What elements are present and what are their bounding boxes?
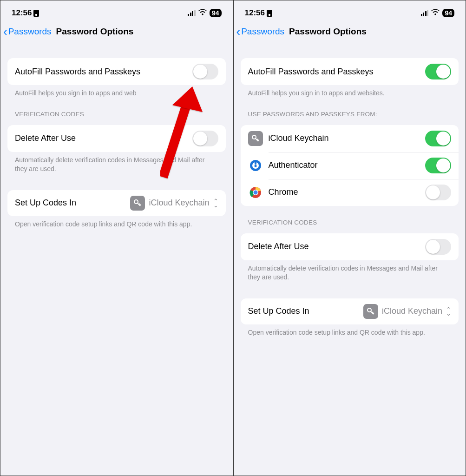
back-label: Passwords [241,26,284,37]
provider-chrome-toggle[interactable] [425,185,451,200]
status-time: 12:56 [12,8,32,18]
verification-header: VERIFICATION CODES [241,206,459,230]
cellular-signal-icon [421,10,429,16]
delete-after-use-cell[interactable]: Delete After Use [241,233,459,260]
autofill-cell[interactable]: AutoFill Passwords and Passkeys [7,58,226,85]
delete-after-use-label: Delete After Use [15,133,76,143]
setup-codes-footer: Open verification code setup links and Q… [241,324,459,337]
provider-authenticator[interactable]: Authenticator [241,152,459,179]
setup-codes-group: Set Up Codes In iCloud Keychain ⌃⌄ [241,298,459,324]
updown-icon: ⌃⌄ [213,199,218,207]
provider-label: iCloud Keychain [269,133,329,143]
key-icon [248,131,263,146]
setup-codes-group: Set Up Codes In iCloud Keychain ⌃⌄ [7,190,226,216]
delete-after-use-toggle[interactable] [192,131,218,146]
verification-footer: Automatically delete verification codes … [7,152,226,173]
autofill-group: AutoFill Passwords and Passkeys [7,58,226,85]
updown-icon: ⌃⌄ [446,307,451,316]
phone-right: 12:56 94 ‹ Passwords Password Options Au… [233,0,466,476]
setup-codes-footer: Open verification code setup links and Q… [7,216,226,229]
setup-codes-cell[interactable]: Set Up Codes In iCloud Keychain ⌃⌄ [7,190,226,216]
verification-group: Delete After Use [241,233,459,260]
autofill-label: AutoFill Passwords and Passkeys [15,67,140,77]
key-icon [363,304,378,319]
provider-icloud-keychain[interactable]: iCloud Keychain [241,125,459,152]
page-title: Password Options [289,26,367,37]
autofill-footer: AutoFill helps you sign in to apps and w… [7,85,226,98]
provider-chrome[interactable]: Chrome [241,179,459,206]
setup-codes-selector[interactable]: iCloud Keychain ⌃⌄ [130,196,218,211]
setup-codes-cell[interactable]: Set Up Codes In iCloud Keychain ⌃⌄ [241,298,459,324]
back-button[interactable]: ‹ Passwords [236,26,285,38]
provider-icloud-toggle[interactable] [425,131,451,146]
autofill-toggle[interactable] [192,64,218,79]
verification-footer: Automatically delete verification codes … [241,260,459,282]
provider-authenticator-toggle[interactable] [425,158,451,173]
providers-header: USE PASSWORDS AND PASSKEYS FROM: [241,98,459,121]
verification-group: Delete After Use [7,125,226,152]
setup-codes-selector[interactable]: iCloud Keychain ⌃⌄ [363,304,451,319]
sim-icon [33,10,39,17]
chrome-icon [248,185,263,200]
back-button[interactable]: ‹ Passwords [3,26,52,38]
svg-rect-4 [255,162,256,165]
nav-bar: ‹ Passwords Password Options [0,23,233,43]
setup-codes-label: Set Up Codes In [15,198,76,208]
wifi-icon [198,8,207,18]
status-bar: 12:56 94 [0,0,233,23]
chevron-left-icon: ‹ [3,26,7,38]
setup-codes-value: iCloud Keychain [149,198,209,208]
nav-bar: ‹ Passwords Password Options [234,23,466,43]
autofill-footer: AutoFill helps you sign in to apps and w… [241,85,459,98]
autofill-cell[interactable]: AutoFill Passwords and Passkeys [241,58,459,85]
page-title: Password Options [56,26,134,37]
provider-label: Chrome [269,187,298,197]
back-label: Passwords [8,26,52,37]
setup-codes-value: iCloud Keychain [382,306,442,316]
battery-level: 94 [210,9,222,17]
providers-group: iCloud Keychain Authenticator [241,125,459,206]
setup-codes-label: Set Up Codes In [248,306,309,316]
phone-left: 12:56 94 ‹ Passwords Password Options Au… [0,0,233,476]
battery-level: 94 [442,9,454,17]
authenticator-icon [248,158,263,173]
autofill-label: AutoFill Passwords and Passkeys [248,67,374,77]
status-time: 12:56 [245,8,265,18]
delete-after-use-label: Delete After Use [248,242,309,251]
svg-point-5 [254,165,256,167]
wifi-icon [431,8,440,18]
autofill-group: AutoFill Passwords and Passkeys [241,58,459,85]
cellular-signal-icon [188,10,196,16]
delete-after-use-cell[interactable]: Delete After Use [7,125,226,152]
svg-point-8 [253,190,257,194]
chevron-left-icon: ‹ [236,26,241,38]
key-icon [130,196,145,211]
autofill-toggle[interactable] [425,64,451,79]
verification-header: VERIFICATION CODES [7,98,226,121]
sim-icon [267,10,272,17]
delete-after-use-toggle[interactable] [425,239,451,255]
status-bar: 12:56 94 [234,0,466,23]
provider-label: Authenticator [269,160,318,170]
